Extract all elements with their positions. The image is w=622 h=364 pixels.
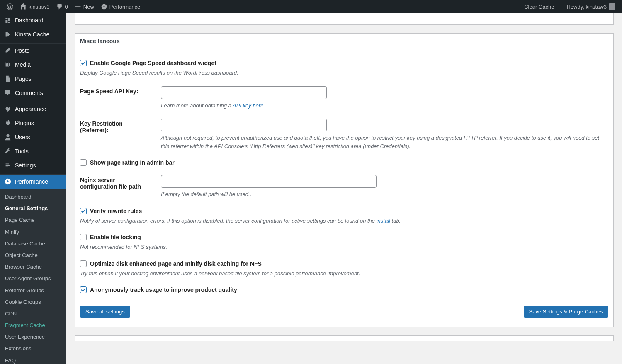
api-key-link[interactable]: API key here [233, 102, 263, 109]
save-purge-button[interactable]: Save Settings & Purge Caches [524, 306, 609, 318]
referrer-input[interactable] [161, 119, 327, 131]
enable-gps-desc: Display Google Page Speed results on the… [80, 69, 608, 77]
performance-submenu: Dashboard General Settings Page Cache Mi… [0, 189, 66, 358]
menu-tools[interactable]: Tools [0, 144, 66, 158]
referrer-label: Key Restriction (Referrer): [80, 119, 153, 133]
submenu-database-cache[interactable]: Database Cache [0, 238, 66, 250]
show-rating-label[interactable]: Show page rating in admin bar [80, 159, 608, 166]
enable-gps-label[interactable]: Enable Google Page Speed dashboard widge… [80, 60, 608, 66]
nginx-input[interactable] [161, 175, 377, 188]
verify-label[interactable]: Verify rewrite rules [80, 208, 608, 214]
site-name-link[interactable]: kinstaw3 [17, 0, 53, 13]
enable-gps-checkbox[interactable] [80, 60, 87, 66]
menu-kinsta-cache[interactable]: Kinsta Cache [0, 27, 66, 41]
save-all-button[interactable]: Save all settings [80, 306, 130, 318]
previous-panel-bottom [75, 13, 614, 25]
submenu-minify[interactable]: Minify [0, 226, 66, 238]
nfs-opt-checkbox[interactable] [80, 260, 87, 267]
admin-bar: kinstaw3 0 New Performance Clear Cache H… [0, 0, 622, 13]
menu-users[interactable]: Users [0, 130, 66, 144]
submenu-cookie-groups[interactable]: Cookie Groups [0, 296, 66, 308]
nginx-desc: If empty the default path will be used.. [161, 190, 608, 199]
menu-appearance[interactable]: Appearance [0, 102, 66, 116]
anon-track-label[interactable]: Anonymously track usage to improve produ… [80, 286, 608, 293]
avatar [609, 3, 615, 10]
anon-track-checkbox[interactable] [80, 286, 87, 293]
next-panel [75, 335, 614, 341]
filelock-checkbox[interactable] [80, 234, 87, 240]
wp-logo[interactable] [3, 0, 17, 13]
submenu-dashboard[interactable]: Dashboard [0, 191, 66, 203]
submenu-user-experience[interactable]: User Experience [0, 331, 66, 343]
api-key-desc: Learn more about obtaining a API key her… [161, 102, 608, 110]
nfs-opt-label[interactable]: Optimize disk enhanced page and minify d… [80, 260, 608, 267]
menu-media[interactable]: Media [0, 58, 66, 72]
filelock-label[interactable]: Enable file locking [80, 234, 608, 240]
nfs-opt-desc: Try this option if your hosting environm… [80, 269, 608, 278]
menu-settings[interactable]: Settings [0, 158, 66, 172]
submenu-general-settings[interactable]: General Settings [0, 203, 66, 214]
referrer-desc: Although not required, to prevent unauth… [161, 134, 608, 150]
menu-performance[interactable]: Performance [0, 175, 66, 189]
menu-posts[interactable]: Posts [0, 44, 66, 58]
show-rating-checkbox[interactable] [80, 159, 87, 166]
verify-desc: Notify of server configuration errors, i… [80, 217, 608, 225]
nginx-label: Nginx server configuration file path [80, 175, 153, 190]
submenu-page-cache[interactable]: Page Cache [0, 214, 66, 226]
verify-checkbox[interactable] [80, 208, 87, 214]
account-link[interactable]: Howdy, kinstaw3 [563, 0, 619, 13]
admin-sidebar: Dashboard Kinsta Cache Posts Media Pages… [0, 13, 66, 358]
submenu-faq[interactable]: FAQ [0, 355, 66, 358]
clear-cache-link[interactable]: Clear Cache [521, 0, 557, 13]
submenu-fragment-cache[interactable]: Fragment Cache [0, 320, 66, 331]
submenu-object-cache[interactable]: Object Cache [0, 250, 66, 261]
menu-plugins[interactable]: Plugins [0, 116, 66, 130]
filelock-desc: Not recommended for NFS systems. [80, 243, 608, 251]
menu-dashboard[interactable]: Dashboard [0, 13, 66, 27]
submenu-referrer-groups[interactable]: Referrer Groups [0, 285, 66, 296]
install-link[interactable]: install [377, 218, 390, 224]
submenu-extensions[interactable]: Extensions [0, 343, 66, 354]
menu-comments[interactable]: Comments [0, 86, 66, 100]
performance-link[interactable]: Performance [97, 0, 143, 13]
miscellaneous-panel: Miscellaneous Enable Google Page Speed d… [75, 33, 614, 327]
new-content-link[interactable]: New [71, 0, 97, 13]
comments-link[interactable]: 0 [53, 0, 71, 13]
submenu-browser-cache[interactable]: Browser Cache [0, 261, 66, 273]
submenu-user-agent-groups[interactable]: User Agent Groups [0, 273, 66, 284]
panel-title: Miscellaneous [75, 34, 613, 49]
submenu-cdn[interactable]: CDN [0, 308, 66, 320]
api-key-label: Page Speed API Key: [80, 86, 153, 95]
api-key-input[interactable] [161, 86, 327, 99]
menu-pages[interactable]: Pages [0, 72, 66, 86]
